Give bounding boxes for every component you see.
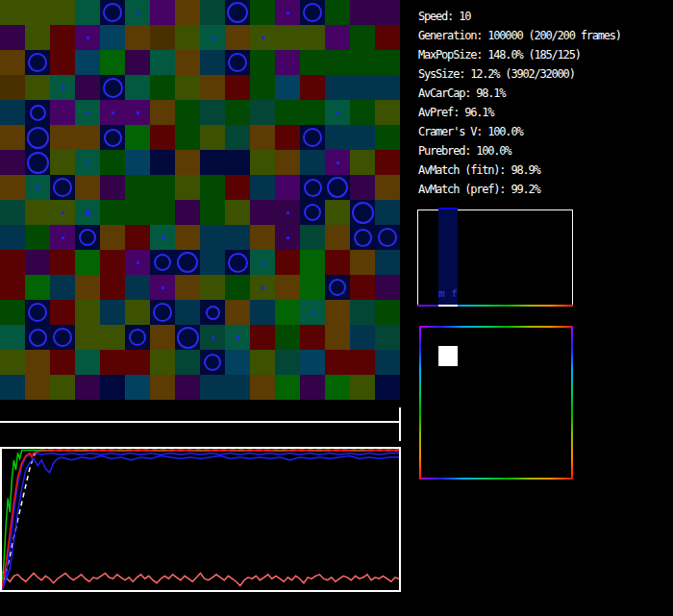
separator-hline	[0, 421, 401, 423]
world-cell	[50, 0, 75, 25]
world-cell	[200, 100, 225, 125]
world-cell	[300, 125, 325, 150]
world-cell	[75, 275, 100, 300]
world-cell	[200, 225, 225, 250]
world-cell	[50, 250, 75, 275]
agent-circle	[177, 327, 199, 349]
world-cell	[150, 175, 175, 200]
world-cell	[175, 275, 200, 300]
world-cell	[200, 300, 225, 325]
world-cell	[175, 225, 200, 250]
world-cell	[275, 125, 300, 150]
world-cell	[275, 250, 300, 275]
world-cell	[50, 300, 75, 325]
world-cell	[325, 175, 350, 200]
world-cell	[250, 175, 275, 200]
world-cell	[75, 150, 100, 175]
world-cell	[375, 275, 400, 300]
world-cell	[150, 275, 175, 300]
world-cell	[375, 0, 400, 25]
world-cell	[250, 75, 275, 100]
trait-map-border-bottom	[419, 478, 573, 480]
world-cell	[25, 250, 50, 275]
world-cell	[350, 350, 375, 375]
world-cell	[275, 225, 300, 250]
world-cell	[225, 175, 250, 200]
histogram-bar: m f	[438, 208, 458, 305]
world-cell	[350, 225, 375, 250]
world-cell	[375, 175, 400, 200]
world-cell	[150, 125, 175, 150]
world-cell	[0, 75, 25, 100]
world-cell	[100, 200, 125, 225]
world-cell	[275, 100, 300, 125]
world-cell	[375, 25, 400, 50]
world-cell	[350, 325, 375, 350]
agent-circle	[153, 303, 172, 322]
resource-dot	[262, 286, 264, 289]
world-cell	[325, 300, 350, 325]
resource-dot	[87, 111, 89, 114]
resource-dot	[212, 37, 214, 39]
world-cell	[350, 50, 375, 75]
world-cell	[325, 100, 350, 125]
world-cell	[100, 325, 125, 350]
resource-dot	[287, 211, 289, 214]
world-cell	[0, 275, 25, 300]
resource-dot	[336, 111, 339, 114]
series-blue-lower-line	[2, 456, 399, 590]
agent-circle	[206, 306, 220, 320]
world-cell	[125, 0, 150, 25]
world-cell	[175, 350, 200, 375]
world-cell	[25, 100, 50, 125]
agent-circle	[352, 202, 374, 224]
world-cell	[100, 75, 125, 100]
resource-dot	[287, 12, 289, 14]
world-cell	[275, 150, 300, 175]
world-cell	[175, 0, 200, 25]
resource-dot	[137, 12, 139, 14]
world-cell	[200, 200, 225, 225]
world-cell	[200, 150, 225, 175]
world-cell	[150, 350, 175, 375]
world-cell	[25, 0, 50, 25]
world-cell	[225, 275, 250, 300]
stat-line: AvMatch (fitn): 98.9%	[418, 160, 621, 180]
world-cell	[75, 200, 100, 225]
histogram-axis-highlight	[438, 305, 458, 307]
world-cell	[225, 350, 250, 375]
resource-dot	[287, 236, 289, 239]
world-cell	[350, 100, 375, 125]
world-cell	[300, 250, 325, 275]
agent-circle	[30, 105, 46, 121]
agent-circle	[303, 128, 322, 147]
world-cell	[125, 175, 150, 200]
world-cell	[25, 225, 50, 250]
world-cell	[325, 225, 350, 250]
world-cell	[175, 25, 200, 50]
world-cell	[25, 175, 50, 200]
world-cell	[125, 200, 150, 225]
world-cell	[125, 25, 150, 50]
world-cell	[275, 25, 300, 50]
world-cell	[150, 225, 175, 250]
separator-vline	[399, 407, 401, 441]
world-cell	[225, 200, 250, 225]
agent-circle	[28, 53, 47, 72]
world-cell	[250, 300, 275, 325]
world-cell	[50, 350, 75, 375]
stat-line: Speed: 10	[418, 7, 621, 26]
world-cell	[275, 325, 300, 350]
world-cell	[250, 275, 275, 300]
world-cell	[275, 275, 300, 300]
world-cell	[25, 75, 50, 100]
world-cell	[275, 350, 300, 375]
world-view[interactable]	[0, 0, 400, 400]
world-cell	[225, 375, 250, 400]
world-cell	[300, 175, 325, 200]
world-cell	[375, 375, 400, 400]
agent-circle	[29, 329, 47, 347]
world-cell	[250, 200, 275, 225]
world-cell	[300, 25, 325, 50]
world-cell	[125, 325, 150, 350]
